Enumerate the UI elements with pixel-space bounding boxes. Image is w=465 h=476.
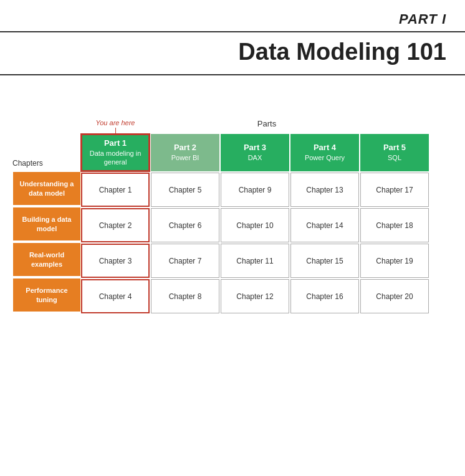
chapter-row-0: Chapter 1Chapter 5Chapter 9Chapter 13Cha… xyxy=(81,173,453,207)
chapter-row-label-2: Real-world examples xyxy=(12,242,81,277)
chapter-row-2: Chapter 3Chapter 7Chapter 11Chapter 15Ch… xyxy=(81,244,453,278)
chapter-cell-1-1: Chapter 6 xyxy=(151,208,219,242)
chapter-row-3: Chapter 4Chapter 8Chapter 12Chapter 16Ch… xyxy=(81,279,453,313)
part-header-part5: Part 5SQL xyxy=(360,134,429,171)
page: PART I Data Modeling 101 You are here Pa… xyxy=(0,0,465,476)
part-header-part2: Part 2Power BI xyxy=(151,134,219,171)
chapter-cell-0-4: Chapter 17 xyxy=(360,173,429,207)
chapter-cell-0-3: Chapter 13 xyxy=(290,173,359,207)
part-header-part3: Part 3DAX xyxy=(221,134,289,171)
title-section: Data Modeling 101 xyxy=(0,32,465,75)
part-label: PART I xyxy=(19,11,446,31)
chapter-cell-3-2: Chapter 12 xyxy=(221,279,289,313)
chapter-cell-1-4: Chapter 18 xyxy=(360,208,429,242)
main-grid: Part 1Data modeling in generalPart 2Powe… xyxy=(81,134,453,315)
chapter-cell-1-2: Chapter 10 xyxy=(221,208,289,242)
chapter-cell-2-0: Chapter 3 xyxy=(81,244,150,278)
grid-wrapper: Chapters Understanding a data modelBuild… xyxy=(12,134,453,315)
chapter-cell-0-1: Chapter 5 xyxy=(151,173,219,207)
parts-section-label: Parts xyxy=(151,119,453,134)
chapter-cell-3-0: Chapter 4 xyxy=(81,279,150,313)
main-title: Data Modeling 101 xyxy=(19,39,446,65)
chapter-row-label-1: Building a data model xyxy=(12,207,81,241)
chapter-cell-2-3: Chapter 15 xyxy=(290,244,359,278)
chapter-cell-3-3: Chapter 16 xyxy=(290,279,359,313)
chapter-cell-1-3: Chapter 14 xyxy=(290,208,359,242)
chapters-header: Chapters xyxy=(12,134,81,171)
chapter-cell-2-2: Chapter 11 xyxy=(221,244,289,278)
chapter-cell-3-1: Chapter 8 xyxy=(151,279,219,313)
part-header: PART I xyxy=(0,0,465,32)
grid-container: You are here Parts Chapters Understandin… xyxy=(0,107,465,327)
chapter-cell-2-4: Chapter 19 xyxy=(360,244,429,278)
chapters-column: Chapters Understanding a data modelBuild… xyxy=(12,134,81,313)
part-header-part4: Part 4Power Query xyxy=(290,134,359,171)
chapter-row-label-3: Performance tuning xyxy=(12,278,81,312)
chapter-row-1: Chapter 2Chapter 6Chapter 10Chapter 14Ch… xyxy=(81,208,453,242)
part-header-part1: Part 1Data modeling in general xyxy=(81,134,150,171)
chapter-cell-0-0: Chapter 1 xyxy=(81,173,150,207)
chapter-cell-2-1: Chapter 7 xyxy=(151,244,219,278)
chapter-row-label-0: Understanding a data model xyxy=(12,171,81,206)
chapter-cell-3-4: Chapter 20 xyxy=(360,279,429,313)
you-are-here-label: You are here xyxy=(81,119,150,134)
chapter-cell-1-0: Chapter 2 xyxy=(81,208,150,242)
parts-header-row: Part 1Data modeling in generalPart 2Powe… xyxy=(81,134,453,171)
chapter-cell-0-2: Chapter 9 xyxy=(221,173,289,207)
